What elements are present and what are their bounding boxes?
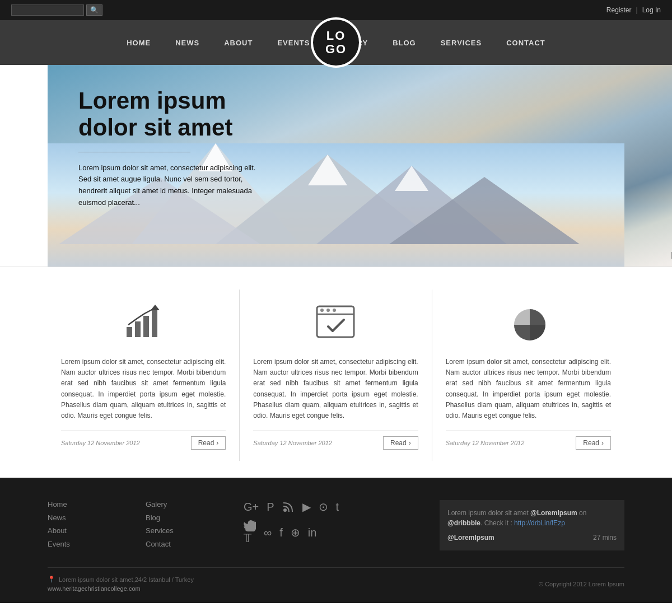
feature-card-2: Lorem ipsum dolor sit amet, consectetur … <box>240 290 432 461</box>
dribbble-icon[interactable]: ⊕ <box>291 526 300 539</box>
feature-text-3: Lorem ipsum dolor sit amet, consectetur … <box>446 357 611 421</box>
footer-link-news[interactable]: News <box>48 514 134 525</box>
browser-icon <box>313 301 358 346</box>
svg-marker-13 <box>151 305 160 310</box>
lastfm-icon[interactable]: ∞ <box>264 526 272 539</box>
tweet-text: Lorem ipsum dolor sit amet @LoremIpsum o… <box>447 508 617 528</box>
nav-item-about[interactable]: ABOUT <box>212 39 265 47</box>
pinterest-icon[interactable]: P <box>267 501 274 514</box>
nav-item-news[interactable]: NEWS <box>163 39 212 47</box>
tweet-time: 27 mins <box>593 533 617 543</box>
main-nav: HOME NEWS ABOUT EVENTS LO GO GALERY BLOG… <box>0 20 672 65</box>
hero-divider <box>78 152 190 152</box>
facebook-icon[interactable]: f <box>279 526 283 539</box>
feature-date-3: Saturday 12 November 2012 <box>446 440 525 446</box>
read-button-1[interactable]: Read › <box>191 436 226 450</box>
feature-card-1: Lorem ipsum dolor sit amet, consectetur … <box>48 290 240 461</box>
nav-item-contact[interactable]: CONTACT <box>494 39 558 47</box>
auth-divider: | <box>636 6 638 14</box>
hero-content: Lorem ipsumdolor sit amet Lorem ipsum do… <box>48 65 339 231</box>
flickr-icon[interactable]: ⊙ <box>319 500 328 514</box>
feature-footer-1: Saturday 12 November 2012 Read › <box>61 430 226 450</box>
footer: Home Galery News Blog About Services Eve… <box>0 478 672 603</box>
hero-title: Lorem ipsumdolor sit amet <box>78 87 308 142</box>
svg-point-17 <box>326 309 330 312</box>
footer-links: Home Galery News Blog About Services Eve… <box>48 500 232 550</box>
footer-address-block: 📍 Lorem ipsum dolor sit amet,24/2 Istanb… <box>48 576 194 592</box>
svg-rect-12 <box>152 310 157 337</box>
search-area: 🔍 <box>11 4 102 16</box>
rss-icon[interactable] <box>282 501 295 513</box>
footer-copyright: © Copyright 2012 Lorem Ipsum <box>539 581 624 587</box>
feature-text-1: Lorem ipsum dolor sit amet, consectetur … <box>61 357 226 421</box>
auth-area: Register | Log In <box>606 6 661 14</box>
tweet-handle-1: @LoremIpsum <box>530 509 577 517</box>
feature-text-2: Lorem ipsum dolor sit amet, consectetur … <box>253 357 418 421</box>
tweet-link[interactable]: http://drbLin/fEzp <box>514 519 565 527</box>
read-button-3[interactable]: Read › <box>576 436 611 450</box>
login-link[interactable]: Log In <box>642 6 661 14</box>
footer-link-services[interactable]: Services <box>146 526 232 538</box>
svg-point-20 <box>283 508 287 512</box>
svg-rect-11 <box>143 316 149 337</box>
nav-item-home[interactable]: HOME <box>114 39 163 47</box>
search-button[interactable]: 🔍 <box>86 4 102 16</box>
feature-footer-2: Saturday 12 November 2012 Read › <box>253 430 418 450</box>
feature-date-1: Saturday 12 November 2012 <box>61 440 140 446</box>
feature-card-3: Lorem ipsum dolor sit amet, consectetur … <box>432 290 624 461</box>
footer-bottom: 📍 Lorem ipsum dolor sit amet,24/2 Istanb… <box>48 567 624 592</box>
location-icon: 📍 <box>48 576 55 583</box>
nav-list: HOME NEWS ABOUT EVENTS LO GO GALERY BLOG… <box>114 39 558 47</box>
feature-date-2: Saturday 12 November 2012 <box>253 440 332 446</box>
footer-link-galery[interactable]: Galery <box>146 500 232 511</box>
search-input[interactable] <box>11 4 84 16</box>
svg-point-18 <box>333 309 336 312</box>
social-row-2: 𝕋 ∞ f ⊕ in <box>244 520 428 545</box>
footer-link-home[interactable]: Home <box>48 500 134 511</box>
footer-website: www.heritagechristiancollege.com <box>48 585 194 592</box>
feature-footer-3: Saturday 12 November 2012 Read › <box>446 430 611 450</box>
logo: LO GO <box>311 17 361 68</box>
footer-link-events[interactable]: Events <box>48 540 134 551</box>
footer-link-about[interactable]: About <box>48 526 134 538</box>
google-plus-icon[interactable]: G+ <box>244 501 259 514</box>
footer-social: G+ P ▶ ⊙ t 𝕋 ∞ f ⊕ in <box>244 500 428 550</box>
logo-bottom: GO <box>325 43 347 56</box>
linkedin-icon[interactable]: in <box>308 526 317 539</box>
nav-item-services[interactable]: SERVICES <box>428 39 494 47</box>
footer-link-contact[interactable]: Contact <box>146 540 232 551</box>
pie-chart-icon <box>506 301 550 346</box>
tumblr-icon[interactable]: t <box>336 501 339 514</box>
nav-item-blog[interactable]: BLOG <box>380 39 428 47</box>
svg-rect-9 <box>127 327 132 337</box>
tweet-author: @LoremIpsum <box>447 533 494 543</box>
footer-address: 📍 Lorem ipsum dolor sit amet,24/2 Istanb… <box>48 576 194 583</box>
svg-point-16 <box>320 309 324 312</box>
footer-tweet-widget: Lorem ipsum dolor sit amet @LoremIpsum o… <box>440 500 624 550</box>
hero-description: Lorem ipsum dolor sit amet, consectetur … <box>78 162 258 209</box>
svg-rect-10 <box>135 321 141 337</box>
register-link[interactable]: Register <box>606 6 632 14</box>
chart-icon <box>121 301 166 346</box>
footer-inner: Home Galery News Blog About Services Eve… <box>48 500 624 550</box>
hero-section: Lorem ipsumdolor sit amet Lorem ipsum do… <box>48 65 672 267</box>
footer-link-blog[interactable]: Blog <box>146 514 232 525</box>
youtube-icon[interactable]: ▶ <box>302 500 311 514</box>
twitter-icon[interactable]: 𝕋 <box>244 520 256 545</box>
logo-top: LO <box>326 29 346 43</box>
read-button-2[interactable]: Read › <box>383 436 418 450</box>
features-section: Lorem ipsum dolor sit amet, consectetur … <box>0 267 672 478</box>
tweet-meta: @LoremIpsum 27 mins <box>447 533 617 543</box>
social-row-1: G+ P ▶ ⊙ t <box>244 500 428 514</box>
tweet-handle-2: @dribbble <box>447 519 480 527</box>
